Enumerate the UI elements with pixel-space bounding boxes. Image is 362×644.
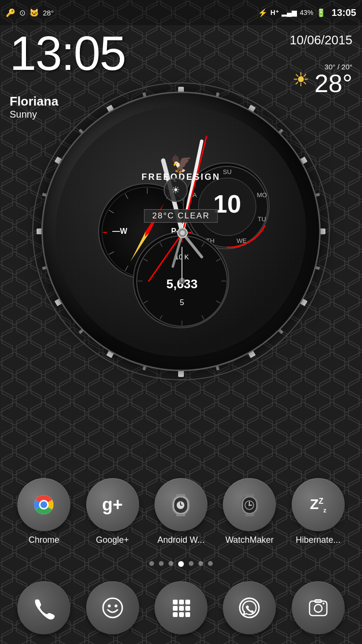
cat-icon: 🐱 — [29, 8, 39, 17]
watch-weather-display: 28°C CLEAR — [144, 209, 218, 223]
svg-rect-109 — [173, 606, 178, 611]
svg-point-84 — [180, 230, 185, 235]
svg-rect-108 — [185, 600, 190, 604]
android-wear-label: Android W... — [157, 535, 205, 545]
main-time-display: 13:05 — [10, 29, 125, 77]
city-name: Floriana — [10, 94, 58, 109]
chrome-label: Chrome — [28, 535, 59, 545]
app-item-google-plus[interactable]: g+ Google+ — [86, 478, 139, 545]
brand-area: 🦅 FREEQDESIGN — [142, 154, 220, 182]
app-dock: Chrome g+ Google+ Android W... — [0, 473, 362, 550]
chrome-icon — [29, 490, 58, 519]
status-icons-right: ⚡ H⁺ ▂▄▆ 43% 🔋 13:05 — [258, 7, 356, 18]
hibernate-icon: ZZz — [310, 496, 326, 514]
phone-icon — [32, 596, 56, 620]
page-dot-3 — [168, 561, 173, 566]
page-dot-4 — [178, 561, 184, 567]
watchmaker-icon-circle[interactable] — [223, 478, 276, 531]
bluetooth-icon: ⚡ — [258, 8, 268, 17]
status-temp: 28° — [43, 9, 54, 17]
google-plus-icon-circle[interactable]: g+ — [86, 478, 139, 531]
sun-icon: ☀ — [292, 68, 310, 91]
eagle-icon: 🦅 — [142, 154, 220, 174]
whatsapp-button[interactable] — [223, 581, 276, 634]
weather-temps: 30° / 20° 28° — [314, 63, 352, 96]
phone-button[interactable] — [17, 581, 70, 634]
page-dot-1 — [149, 561, 154, 566]
camera-instagram-icon — [306, 595, 331, 620]
status-icons-left: 🔑 ⊙ 🐱 28° — [6, 8, 54, 17]
signal-icon: ▂▄▆ — [282, 9, 297, 16]
page-dot-7 — [208, 561, 213, 566]
weather-widget: ☀ 30° / 20° 28° — [292, 63, 352, 96]
svg-rect-90 — [176, 494, 185, 496]
battery-percent: 43% — [300, 9, 313, 16]
smiley-icon — [100, 595, 125, 620]
watchmaker-icon — [236, 492, 263, 518]
google-plus-icon: g+ — [102, 495, 123, 515]
watch-weather-text: 28°C CLEAR — [152, 211, 209, 220]
weather-current-temp: 28° — [314, 71, 352, 96]
svg-point-102 — [248, 504, 250, 506]
page-dots — [0, 561, 362, 567]
whatsapp-icon — [237, 595, 262, 620]
status-bar: 🔑 ⊙ 🐱 28° ⚡ H⁺ ▂▄▆ 43% 🔋 13:05 — [0, 0, 362, 25]
apps-button[interactable] — [155, 581, 207, 634]
svg-rect-91 — [176, 514, 185, 516]
app-item-hibernate[interactable]: ZZz Hibernate... — [292, 478, 345, 545]
svg-point-103 — [103, 598, 122, 617]
android-wear-icon — [168, 492, 194, 518]
app-item-chrome[interactable]: Chrome — [17, 478, 70, 545]
chrome-icon-circle[interactable] — [17, 478, 70, 531]
hibernate-label: Hibernate... — [296, 535, 340, 545]
svg-rect-112 — [173, 612, 178, 617]
svg-rect-111 — [185, 606, 190, 611]
location-info: Floriana Sunny — [10, 94, 58, 120]
apps-grid-icon — [169, 596, 193, 620]
svg-rect-97 — [245, 494, 254, 496]
status-time: 13:05 — [332, 7, 356, 18]
page-dot-2 — [159, 561, 164, 566]
android-wear-icon-circle[interactable] — [155, 478, 207, 531]
svg-rect-113 — [179, 612, 184, 617]
battery-icon: 🔋 — [316, 8, 326, 17]
hibernate-icon-circle[interactable]: ZZz — [292, 478, 345, 531]
watch-hands-svg — [43, 93, 322, 373]
svg-rect-106 — [173, 600, 178, 604]
app-item-android-wear[interactable]: Android W... — [155, 478, 207, 545]
date-display: 10/06/2015 — [290, 33, 352, 48]
svg-rect-98 — [245, 514, 254, 516]
svg-line-82 — [149, 233, 182, 281]
watch-face: 🦅 FREEQDESIGN 28°C CLEAR — [41, 92, 321, 371]
hp-icon: H⁺ — [271, 9, 279, 16]
google-plus-label: Google+ — [96, 535, 129, 545]
bottom-dock — [0, 581, 362, 634]
watch-face-container: 🦅 FREEQDESIGN 28°C CLEAR — [32, 63, 330, 400]
weather-condition: Sunny — [10, 109, 58, 120]
target-icon: ⊙ — [19, 8, 26, 17]
svg-point-104 — [108, 604, 111, 607]
svg-point-118 — [323, 603, 324, 604]
svg-point-117 — [314, 604, 322, 612]
svg-point-87 — [40, 501, 47, 508]
app-item-watchmaker[interactable]: WatchMaker — [223, 478, 276, 545]
instagram-button[interactable] — [292, 581, 345, 634]
brightness-button[interactable]: ☀ — [164, 178, 188, 202]
key-icon: 🔑 — [6, 8, 15, 17]
svg-rect-114 — [185, 612, 190, 617]
svg-rect-110 — [179, 606, 184, 611]
brightness-icon: ☀ — [171, 184, 180, 196]
page-dot-6 — [198, 561, 203, 566]
smiley-button[interactable] — [86, 581, 139, 634]
svg-rect-107 — [179, 600, 184, 604]
watchmaker-label: WatchMaker — [225, 535, 273, 545]
svg-point-105 — [115, 604, 117, 607]
page-dot-5 — [189, 561, 194, 566]
